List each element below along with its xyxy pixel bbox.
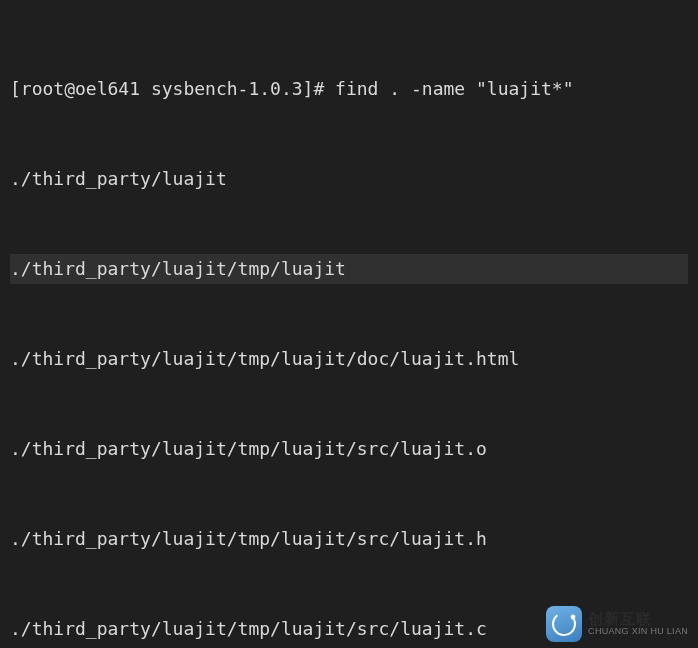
output-line: ./third_party/luajit xyxy=(10,164,688,194)
shell-command: find . -name "luajit*" xyxy=(335,78,573,99)
prompt-line: [root@oel641 sysbench-1.0.3]# find . -na… xyxy=(10,74,688,104)
output-line: ./third_party/luajit/tmp/luajit/src/luaj… xyxy=(10,524,688,554)
output-line-selected: ./third_party/luajit/tmp/luajit xyxy=(10,254,688,284)
output-line: ./third_party/luajit/tmp/luajit/src/luaj… xyxy=(10,434,688,464)
svg-point-1 xyxy=(571,615,576,620)
logo-text: 创新互联 CHUANG XIN HU LIAN xyxy=(588,611,688,636)
logo-text-cn: 创新互联 xyxy=(588,611,688,627)
logo-text-pinyin: CHUANG XIN HU LIAN xyxy=(588,627,688,636)
logo-icon xyxy=(546,606,582,642)
watermark-logo: 创新互联 CHUANG XIN HU LIAN xyxy=(546,606,688,642)
shell-prompt: [root@oel641 sysbench-1.0.3]# xyxy=(10,78,335,99)
output-line: ./third_party/luajit/tmp/luajit/doc/luaj… xyxy=(10,344,688,374)
terminal-window[interactable]: [root@oel641 sysbench-1.0.3]# find . -na… xyxy=(0,0,698,648)
